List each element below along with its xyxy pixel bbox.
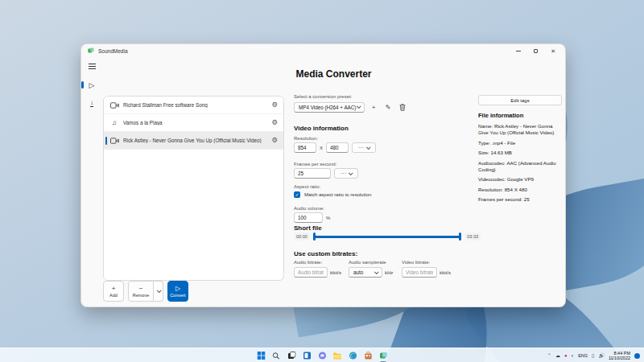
chevron-down-icon — [156, 288, 161, 293]
list-item[interactable]: ♫ Vamos a la Playa ⚙ — [104, 114, 283, 132]
gear-icon[interactable]: ⚙ — [271, 119, 278, 126]
convert-button[interactable]: ▷ Convert — [167, 281, 188, 302]
video-bitrate-label: Video bitrate: — [402, 260, 430, 265]
minimize-icon[interactable] — [516, 51, 521, 51]
aspect-ratio-label: Aspect ratio: — [294, 184, 320, 189]
chevron-down-icon — [366, 145, 371, 150]
store-button[interactable] — [364, 352, 373, 360]
chevron-down-icon — [349, 171, 353, 175]
store-icon — [364, 352, 372, 360]
samplerate-select[interactable]: auto — [349, 267, 382, 278]
gear-icon[interactable]: ⚙ — [271, 137, 278, 144]
short-file-header: Short file — [294, 224, 322, 232]
trim-slider: 00:00 03:33 — [294, 232, 481, 241]
maximize-icon[interactable] — [534, 49, 538, 53]
aspect-ratio-checkbox[interactable]: ✓ — [294, 191, 300, 198]
tray-app-icon[interactable]: ● — [564, 353, 568, 358]
list-item-selected[interactable]: Rick Astley - Never Gonna Give You Up (O… — [104, 132, 283, 150]
task-view-button[interactable] — [287, 352, 296, 360]
remove-dropdown-button[interactable] — [154, 281, 163, 302]
search-icon — [273, 352, 280, 360]
delete-preset-button[interactable] — [397, 101, 408, 113]
menu-button[interactable] — [85, 60, 99, 72]
resolution-separator: X — [320, 146, 323, 150]
app-window: SoundMedia ✕ ▷ ↓ Media Converter Richard… — [80, 43, 566, 307]
hamburger-icon — [89, 64, 96, 69]
edit-tags-button[interactable]: Edit tags — [478, 95, 562, 105]
trim-start-handle[interactable] — [313, 232, 316, 241]
battery-icon[interactable]: ▯ — [592, 353, 594, 358]
preset-label: Select a conversion preset: — [294, 94, 352, 99]
video-info-header: Video information — [294, 125, 349, 132]
ellipsis-icon: ··· — [341, 171, 346, 176]
audio-file-icon: ♫ — [109, 119, 119, 126]
minus-icon: − — [139, 286, 143, 292]
resolution-width-input[interactable] — [294, 142, 316, 153]
volume-icon[interactable]: 🔊 — [598, 353, 605, 358]
close-icon[interactable]: ✕ — [551, 48, 555, 54]
edge-icon — [349, 352, 357, 360]
tray-onedrive-icon[interactable]: ☁ — [555, 353, 560, 358]
video-bitrate-input[interactable] — [402, 267, 437, 278]
file-info-type: Type: .mp4 - File — [478, 140, 562, 146]
media-converter-app-icon — [379, 352, 387, 360]
file-info-name: Name: Rick Astley - Never Gonna Give You… — [478, 123, 562, 136]
chevron-down-icon — [357, 104, 361, 109]
titlebar: SoundMedia ✕ — [81, 44, 565, 57]
page-title: Media Converter — [102, 68, 565, 80]
nav-rail: ▷ ↓ — [81, 57, 102, 306]
video-file-icon — [109, 138, 119, 144]
desktop-wallpaper: SoundMedia ✕ ▷ ↓ Media Converter Richard… — [0, 0, 644, 362]
taskbar: ⌃ ☁ ● ◐ ENG ▯ 🔊 8:44 PM 11/10/2022 — [0, 348, 644, 362]
samplerate-label: Audio samplerate — [349, 260, 386, 265]
file-info-size: Size: 14.63 MB — [478, 150, 562, 156]
trash-icon — [399, 104, 406, 111]
tray-chevron-up-icon[interactable]: ⌃ — [547, 353, 551, 358]
notification-badge[interactable] — [634, 353, 640, 359]
preset-select[interactable]: MP4 Video (H264 + AAC) — [294, 102, 365, 113]
nav-download[interactable]: ↓ — [85, 97, 99, 109]
list-item[interactable]: Richard Stallman Free software Song ⚙ — [104, 97, 283, 114]
trim-end-handle[interactable] — [459, 232, 462, 241]
add-preset-button[interactable]: + — [368, 101, 379, 113]
media-converter-app-button[interactable] — [379, 352, 388, 360]
resolution-height-input[interactable] — [326, 142, 349, 153]
gear-icon[interactable]: ⚙ — [271, 101, 278, 109]
audio-volume-input[interactable] — [294, 212, 323, 223]
pencil-icon: ✎ — [386, 104, 391, 111]
fps-input[interactable] — [294, 168, 331, 179]
language-indicator[interactable]: ENG — [578, 353, 588, 358]
nav-convert[interactable]: ▷ — [85, 79, 99, 91]
file-info-resolution: Resolution: 854 X 480 — [478, 187, 562, 193]
fps-presets-button[interactable]: ··· — [334, 168, 358, 179]
widgets-button[interactable] — [303, 352, 312, 360]
file-info-videocodec: Videocodec: Google VP9 — [478, 176, 562, 183]
file-explorer-button[interactable] — [333, 352, 342, 360]
plus-icon: + — [372, 104, 376, 111]
file-name: Richard Stallman Free software Song — [123, 102, 208, 108]
chat-icon — [318, 352, 326, 360]
fps-label: Frames per second: — [294, 162, 336, 167]
video-file-icon — [109, 102, 119, 109]
window-title: SoundMedia — [98, 48, 128, 54]
edge-button[interactable] — [349, 352, 357, 360]
date: 11/10/2022 — [609, 356, 630, 361]
search-button[interactable] — [272, 352, 281, 360]
chat-button[interactable] — [318, 352, 327, 360]
audio-volume-unit: % — [326, 216, 330, 220]
audio-bitrate-label: Audio bitrate: — [294, 260, 322, 265]
trim-slider-track[interactable] — [314, 236, 460, 238]
audio-bitrate-input[interactable] — [294, 267, 328, 278]
tray-shield-icon[interactable]: ◐ — [572, 353, 575, 358]
add-button-label: Add — [109, 293, 118, 298]
add-button[interactable]: + Add — [103, 281, 124, 302]
windows-icon — [257, 352, 265, 360]
trim-end-time: 03:33 — [464, 232, 481, 241]
download-icon: ↓ — [90, 100, 93, 108]
start-button[interactable] — [257, 352, 266, 360]
edit-preset-button[interactable]: ✎ — [382, 101, 394, 113]
remove-button[interactable]: − Remove — [128, 281, 154, 302]
file-list: Richard Stallman Free software Song ⚙ ♫ … — [103, 96, 284, 281]
resolution-presets-button[interactable]: ··· — [352, 142, 376, 153]
clock[interactable]: 8:44 PM 11/10/2022 — [609, 351, 630, 361]
